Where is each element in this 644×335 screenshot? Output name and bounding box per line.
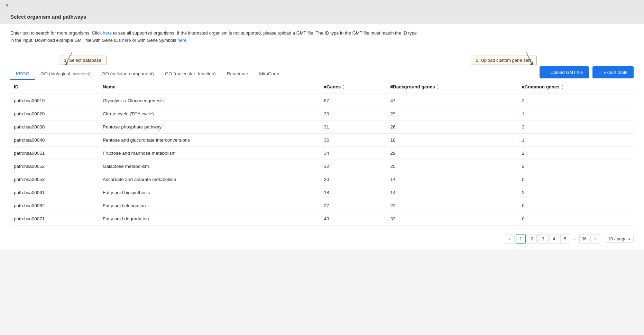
- cell-common-genes: 0: [518, 173, 634, 186]
- tab-go_mol[interactable]: GO (molecular_function): [159, 68, 221, 80]
- svg-marker-3: [530, 61, 533, 65]
- table-row: path:hsa00071Fatty acid degradation43330: [10, 212, 634, 225]
- cell-name: Glycolysis / Gluconeogenesis: [99, 94, 321, 107]
- cell-common-genes: 0: [518, 212, 634, 225]
- pagination-last-page[interactable]: 36: [579, 234, 589, 244]
- cell-bg-genes: 22: [387, 199, 518, 212]
- tab-go_bio[interactable]: GO (biological_process): [35, 68, 96, 80]
- sort-icon-genes[interactable]: ▲▼: [342, 84, 345, 90]
- table-row: path:hsa00061Fatty acid biosynthesis1814…: [10, 186, 634, 199]
- annotation2-arrow: [516, 52, 533, 66]
- col-header-id: ID: [10, 80, 99, 94]
- cell-genes: 30: [320, 107, 387, 120]
- cell-name: Galactose metabolism: [99, 160, 321, 173]
- collapse-bar[interactable]: ∨: [0, 0, 644, 10]
- sort-icon-bg_genes[interactable]: ▲▼: [436, 84, 439, 90]
- cell-common-genes: 2: [518, 186, 634, 199]
- table-row: path:hsa00040Pentose and glucuronate int…: [10, 133, 634, 146]
- pathways-table: IDName#Genes▲▼#Background genes▲▼#Common…: [10, 80, 634, 226]
- cell-common-genes: 2: [518, 160, 634, 173]
- pagination-page-3[interactable]: 3: [538, 234, 548, 244]
- per-page-selector[interactable]: 10 / page∨: [605, 235, 634, 243]
- cell-name: Ascorbate and aldarate metabolism: [99, 173, 321, 186]
- description-text-1: Enter text to search for more organisms.…: [10, 30, 103, 36]
- cell-name: Fatty acid elongation: [99, 199, 321, 212]
- gene-ids-link[interactable]: here: [122, 38, 131, 43]
- cell-bg-genes: 29: [387, 107, 518, 120]
- cell-common-genes: 2: [518, 146, 634, 160]
- cell-bg-genes: 47: [387, 94, 518, 107]
- pagination-area: ‹12345···36›10 / page∨: [0, 229, 644, 249]
- cell-common-genes[interactable]: 1: [518, 107, 634, 120]
- cell-name: Pentose and glucuronate interconversions: [99, 133, 321, 146]
- col-header-genes[interactable]: #Genes▲▼: [320, 80, 387, 94]
- cell-name: Pentose phosphate pathway: [99, 120, 321, 133]
- cell-id: path:hsa00030: [10, 120, 99, 133]
- tabs-container: KEGGGO (biological_process)GO (cellular_…: [10, 68, 285, 80]
- description-text-3: in the input. Download example GMT file …: [10, 38, 122, 43]
- cell-genes: 43: [320, 212, 387, 225]
- cell-id: path:hsa00052: [10, 160, 99, 173]
- pagination-next[interactable]: ›: [590, 234, 600, 244]
- cell-id: path:hsa00053: [10, 173, 99, 186]
- pagination-page-2[interactable]: 2: [527, 234, 537, 244]
- cell-genes: 34: [320, 146, 387, 160]
- table-row: path:hsa00052Galactose metabolism32252: [10, 160, 634, 173]
- description-area: Enter text to search for more organisms.…: [0, 23, 644, 48]
- col-header-common_genes[interactable]: #Common genes▲▼: [518, 80, 634, 94]
- col-header-bg_genes[interactable]: #Background genes▲▼: [387, 80, 518, 94]
- description-text-4: or with Gene Symbols: [131, 38, 177, 43]
- cell-common-genes: 3: [518, 120, 634, 133]
- description-text-2: to see all supported organisms. If the i…: [112, 30, 417, 36]
- cell-bg-genes: 26: [387, 120, 518, 133]
- export-table-label: Export table: [604, 70, 627, 75]
- cell-common-genes[interactable]: 1: [518, 133, 634, 146]
- svg-line-2: [526, 52, 531, 63]
- sort-icon-common_genes[interactable]: ▲▼: [561, 84, 564, 90]
- cell-genes: 67: [320, 94, 387, 107]
- cell-id: path:hsa00020: [10, 107, 99, 120]
- svg-line-0: [66, 52, 72, 63]
- section-header: Select organism and pathways: [0, 10, 644, 23]
- tab-reactome[interactable]: Reactome: [221, 68, 254, 80]
- pagination-ellipsis: ···: [571, 236, 578, 241]
- pagination-page-1[interactable]: 1: [516, 234, 526, 244]
- cell-bg-genes: 25: [387, 160, 518, 173]
- gene-symbols-link[interactable]: here: [177, 38, 186, 43]
- tab-mitocarta[interactable]: MitoCarta: [254, 68, 285, 80]
- cell-genes: 31: [320, 120, 387, 133]
- annotation1-arrow: [65, 52, 79, 66]
- cell-bg-genes: 14: [387, 173, 518, 186]
- pagination-page-4[interactable]: 4: [549, 234, 559, 244]
- cell-common-genes: 2: [518, 94, 634, 107]
- cell-bg-genes: 18: [387, 133, 518, 146]
- organisms-link-1[interactable]: here: [103, 30, 112, 36]
- cell-id: path:hsa00010: [10, 94, 99, 107]
- cell-genes: 30: [320, 173, 387, 186]
- tab-kegg[interactable]: KEGG: [10, 68, 35, 80]
- export-table-button[interactable]: ↓ Export table: [592, 66, 634, 78]
- col-header-name: Name: [99, 80, 321, 94]
- cell-name: Fatty acid biosynthesis: [99, 186, 321, 199]
- cell-id: path:hsa00062: [10, 199, 99, 212]
- cell-name: Fructose and mannose metabolism: [99, 146, 321, 160]
- upload-gmt-label: Upload GMT file: [550, 70, 583, 75]
- cell-genes: 18: [320, 186, 387, 199]
- table-row: path:hsa00030Pentose phosphate pathway31…: [10, 120, 634, 133]
- table-area: IDName#Genes▲▼#Background genes▲▼#Common…: [0, 80, 644, 229]
- upload-gmt-button[interactable]: ↑ Upload GMT file: [540, 66, 589, 78]
- cell-id: path:hsa00051: [10, 146, 99, 160]
- pagination-prev[interactable]: ‹: [505, 234, 515, 244]
- cell-id: path:hsa00040: [10, 133, 99, 146]
- pagination-page-5[interactable]: 5: [560, 234, 570, 244]
- cell-common-genes: 0: [518, 199, 634, 212]
- svg-marker-1: [65, 61, 68, 65]
- cell-genes: 32: [320, 160, 387, 173]
- table-row: path:hsa00053Ascorbate and aldarate meta…: [10, 173, 634, 186]
- cell-id: path:hsa00061: [10, 186, 99, 199]
- cell-bg-genes: 14: [387, 186, 518, 199]
- upload-icon: ↑: [546, 69, 549, 75]
- table-row: path:hsa00020Citrate cycle (TCA cycle)30…: [10, 107, 634, 120]
- export-icon: ↓: [599, 69, 601, 75]
- tab-go_cell[interactable]: GO (cellular_component): [96, 68, 159, 80]
